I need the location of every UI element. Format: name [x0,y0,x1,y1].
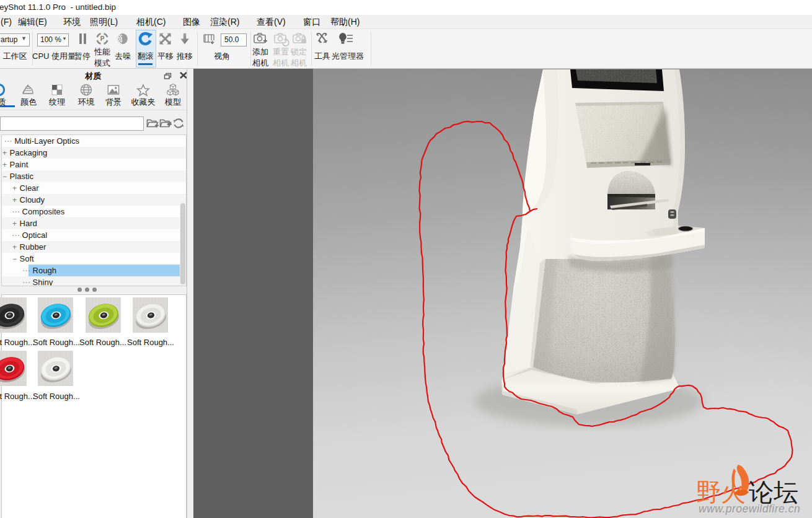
svg-text:论坛: 论坛 [749,478,798,506]
svg-text:www.proewildfire.cn: www.proewildfire.cn [699,503,800,515]
svg-text:P: P [100,35,105,42]
